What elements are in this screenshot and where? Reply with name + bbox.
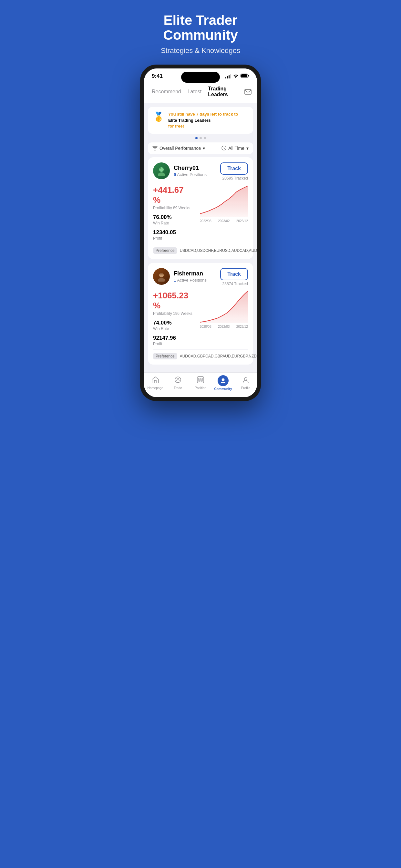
carousel-dots [148,137,253,139]
dot-2 [199,137,202,139]
community-label: Community [214,387,232,391]
chart-cherry01 [200,185,248,217]
signal-bar-2 [227,76,228,79]
home-icon [151,376,159,385]
svg-point-4 [159,167,164,172]
tab-latest[interactable]: Latest [185,88,204,96]
svg-rect-14 [198,380,200,381]
battery-icon [241,73,249,79]
hero-title: Elite Trader Community [140,13,261,42]
trader-info-cherry01: Cherry01 9 Active Positions [153,162,207,179]
avatar-cherry01 [153,162,170,179]
trader-card-cherry01: Cherry01 9 Active Positions Track 20595 … [148,157,253,259]
profile-label: Profile [241,386,250,390]
trader-name-cherry01: Cherry01 [174,165,207,172]
pref-badge-fisherman: Preference [153,353,177,360]
stat-col-fisherman: +1065.23 % Profitability 196 Weeks 74.00… [153,290,193,346]
time-label: All Time [228,146,244,151]
dot-3 [204,137,206,139]
promo-suffix: for free! [168,124,184,128]
signal-bar-1 [225,77,226,79]
tracked-count-fisherman: 28874 Tracked [222,282,248,286]
svg-rect-12 [198,378,200,380]
win-rate-fisherman: 74.00% [153,320,193,326]
nav-item-position[interactable]: Position [191,376,210,390]
performance-chevron: ▾ [203,146,205,151]
win-rate-label-fisherman: Win Rate [153,327,193,331]
promo-text: You still have 7 days left to track to E… [168,112,248,129]
pref-badge-cherry01: Preference [153,247,177,254]
status-time: 9:41 [152,73,163,80]
svg-point-5 [158,173,165,176]
trader-stats-cherry01: +441.67 % Profitability 89 Weeks 76.00% … [153,185,248,241]
track-btn-wrapper-cherry01: Track 20595 Tracked [220,162,248,181]
profitability-weeks-cherry01: Profitability 89 Weeks [153,206,193,210]
svg-text:T: T [222,379,224,382]
avatar-fisherman [153,268,170,285]
trader-details-cherry01: Cherry01 9 Active Positions [174,165,207,177]
position-icon [197,376,204,385]
trade-label: Trade [174,386,182,390]
page-wrapper: Elite Trader Community Strategies & Know… [134,0,267,407]
trader-name-fisherman: Fisherman [174,270,207,277]
trader-stats-fisherman: +1065.23 % Profitability 196 Weeks 74.00… [153,290,248,346]
profit-fisherman: 92147.96 [153,335,193,341]
profitability-weeks-fisherman: Profitability 196 Weeks [153,311,193,316]
track-btn-wrapper-fisherman: Track 28874 Tracked [220,268,248,286]
trader-card-fisherman: Fisherman 1 Active Positions Track 28874… [148,263,253,365]
nav-tabs: Recommend Latest Trading Leaders [144,82,257,103]
promo-highlight: You still have 7 days left to track to [168,112,238,117]
screen-content: 🥇 You still have 7 days left to track to… [144,103,257,372]
trader-info-fisherman: Fisherman 1 Active Positions [153,268,207,285]
signal-bar-4 [230,74,231,79]
tab-trading-leaders[interactable]: Trading Leaders [205,85,241,99]
svg-rect-13 [201,378,203,380]
profit-cherry01: 12340.05 [153,229,193,236]
filter-icon [152,146,158,151]
chart-fisherman [200,290,248,323]
nav-item-trade[interactable]: Trade [168,376,188,390]
dot-1 [195,137,197,139]
profile-icon [242,376,249,385]
trader-header-fisherman: Fisherman 1 Active Positions Track 28874… [153,268,248,286]
win-rate-cherry01: 76.00% [153,214,193,221]
nav-item-profile[interactable]: Profile [236,376,255,390]
homepage-label: Homepage [148,386,163,390]
dynamic-island [181,72,220,83]
track-button-cherry01[interactable]: Track [220,162,248,175]
promo-medal-icon: 🥇 [153,112,164,122]
trade-icon [174,376,182,385]
promo-bold: Elite Trading Leaders [168,118,211,123]
phone-screen: 9:41 [144,68,257,397]
stat-col-cherry01: +441.67 % Profitability 89 Weeks 76.00% … [153,185,193,241]
nav-item-community[interactable]: T Community [213,375,233,391]
svg-point-17 [244,377,247,380]
trader-positions-cherry01: 9 Active Positions [174,172,207,177]
svg-point-8 [158,278,165,282]
nav-item-homepage[interactable]: Homepage [146,376,165,390]
chart-dates-cherry01: 2022/03 2023/02 2023/12 [200,219,248,223]
wifi-icon [233,73,239,79]
profit-pct-cherry01: +441.67 % [153,185,193,205]
preference-row-fisherman: Preference AUDCAD,GBPCAD,GBPAUD,EURGBP,N… [153,349,248,360]
profit-label-cherry01: Profit [153,236,193,241]
trader-positions-fisherman: 1 Active Positions [174,278,207,283]
svg-point-6 [160,167,161,169]
pref-values-fisherman: AUDCAD,GBPCAD,GBPAUD,EURGBP,NZDCAD [180,354,257,359]
pref-values-cherry01: USDCAD,USDCHF,EURUSD,AUDCAD,AUDUSD [180,248,257,253]
phone-frame: 9:41 [140,65,261,401]
signal-bar-3 [228,75,229,79]
trader-header-cherry01: Cherry01 9 Active Positions Track 20595 … [153,162,248,181]
mail-icon[interactable] [244,87,252,97]
status-icons [225,73,249,79]
svg-rect-2 [245,89,251,94]
time-filter[interactable]: All Time ▾ [221,146,249,151]
track-button-fisherman[interactable]: Track [220,268,248,280]
performance-filter[interactable]: Overall Performance ▾ [152,146,205,151]
chart-col-fisherman: 2020/03 2022/03 2023/12 [200,290,248,346]
hero-subtitle: Strategies & Knowledges [140,46,261,55]
tab-recommend[interactable]: Recommend [149,88,184,96]
profit-pct-fisherman: +1065.23 % [153,290,193,311]
preference-row-cherry01: Preference USDCAD,USDCHF,EURUSD,AUDCAD,A… [153,244,248,254]
profit-label-fisherman: Profit [153,342,193,346]
